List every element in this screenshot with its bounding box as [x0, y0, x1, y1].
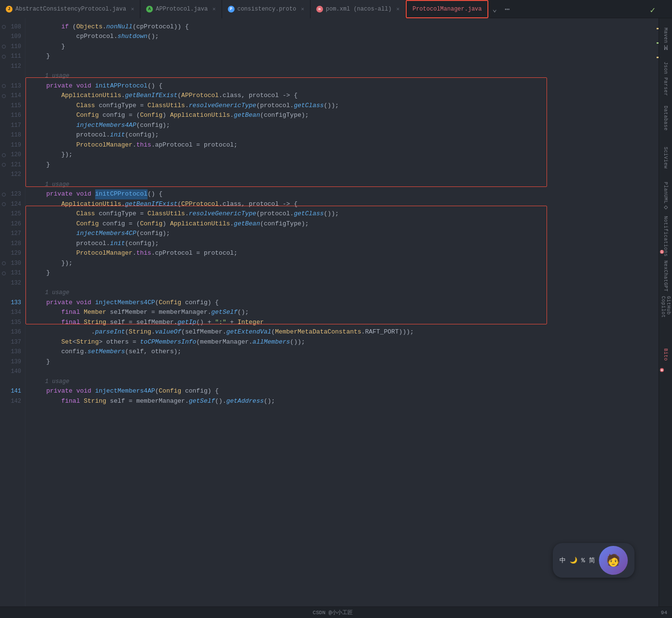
- tab-overflow-button[interactable]: ⌄: [488, 4, 501, 14]
- usage-hint-2: 1 usage: [31, 180, 653, 190]
- translate-moon-symbol: 🌙: [570, 556, 577, 564]
- breakpoint-113[interactable]: [2, 84, 6, 88]
- line-117: 117: [0, 121, 25, 131]
- line-138: 138: [0, 347, 25, 358]
- breakpoint-120[interactable]: [2, 153, 6, 157]
- breakpoint-123[interactable]: [2, 193, 6, 197]
- line-124: 124: [0, 199, 25, 210]
- line-114: 114: [0, 91, 25, 101]
- code-line-138: config.setMembers(self, others);: [31, 347, 653, 358]
- tab-consistency-proto[interactable]: P consistency.proto ✕: [222, 0, 311, 18]
- line-136: 136: [0, 328, 25, 338]
- code-line-135: final String self = selfMember.getIp() +…: [31, 318, 653, 328]
- tab-protocolmanager[interactable]: ProtocolManager.java: [406, 0, 488, 18]
- java-icon-2: A: [146, 6, 153, 12]
- code-line-120: });: [31, 150, 653, 161]
- checkmark-indicator: ✓: [650, 5, 655, 15]
- line-usage-1: [0, 72, 25, 82]
- code-line-137: Set<String> others = toCPMembersInfo(mem…: [31, 337, 653, 347]
- usage-hint-3: 1 usage: [31, 288, 653, 298]
- xml-icon: m: [316, 6, 323, 12]
- sidebar-nexchatgpt[interactable]: NexChatGPT: [659, 257, 672, 295]
- line-111: 111: [0, 52, 25, 62]
- line-numbers: 108 109 110 111: [0, 18, 25, 606]
- main-area: 108 109 110 111: [0, 18, 672, 606]
- line-141: 141: [0, 387, 25, 397]
- code-line-125: Class configType = ClassUtils.resolveGen…: [31, 210, 653, 220]
- breakpoint-121[interactable]: [2, 163, 6, 167]
- line-108: 108: [0, 22, 25, 32]
- tab-close-0[interactable]: ✕: [131, 6, 134, 12]
- code-line-141: private void injectMembers4AP(Config con…: [31, 387, 653, 397]
- tab-close-3[interactable]: ✕: [397, 6, 400, 12]
- code-line-118: protocol.init(config);: [31, 131, 653, 141]
- code-line-132: [31, 278, 653, 288]
- avatar-widget: 🧑: [599, 546, 628, 575]
- breakpoint-131[interactable]: [2, 272, 6, 275]
- line-113: 113: [0, 81, 25, 91]
- code-line-136: .parseInt(String.valueOf(selfMember.getE…: [31, 328, 653, 338]
- code-line-115: Class configType = ClassUtils.resolveGen…: [31, 101, 653, 111]
- sidebar-maven[interactable]: M Maven: [659, 20, 672, 59]
- tab-more-button[interactable]: ⋯: [501, 4, 514, 14]
- code-line-133: private void injectMembers4CP(Config con…: [31, 298, 653, 308]
- usage-hint-4: 1 usage: [31, 377, 653, 387]
- code-line-117: injectMembers4AP(config);: [31, 121, 653, 131]
- breakpoint-130[interactable]: [2, 261, 6, 265]
- code-line-134: final Member selfMember = memberManager.…: [31, 308, 653, 318]
- line-115: 115: [0, 101, 25, 111]
- code-line-108: if (Objects.nonNull(cpProtocol)) {: [31, 22, 653, 32]
- breakpoint-124[interactable]: [2, 202, 6, 206]
- sidebar-notifications[interactable]: 1 Notifications: [659, 217, 672, 256]
- code-line-110: }: [31, 42, 653, 52]
- line-112: 112: [0, 62, 25, 72]
- sidebar-bito[interactable]: ● Bito: [659, 335, 672, 374]
- tab-pom-xml[interactable]: m pom.xml (nacos-all) ✕: [311, 0, 406, 18]
- line-123: 123: [0, 190, 25, 200]
- breakpoint-111[interactable]: [2, 55, 6, 59]
- code-content[interactable]: if (Objects.nonNull(cpProtocol)) { cpPro…: [25, 18, 653, 606]
- breakpoint-108[interactable]: [2, 25, 6, 29]
- code-line-123: private void initCPProtocol() {: [31, 190, 653, 200]
- line-116: 116: [0, 111, 25, 121]
- sidebar-json-parser[interactable]: Json Parser: [659, 60, 672, 98]
- tab-close-2[interactable]: ✕: [301, 6, 304, 12]
- code-editor[interactable]: 108 109 110 111: [0, 18, 659, 606]
- code-line-129: ProtocolManager.this.cpProtocol = protoc…: [31, 249, 653, 259]
- breakpoint-114[interactable]: [2, 94, 6, 98]
- line-134: 134: [0, 308, 25, 318]
- sidebar-sciview[interactable]: SciView: [659, 138, 672, 177]
- line-140: 140: [0, 367, 25, 377]
- tab-close-1[interactable]: ✕: [212, 6, 216, 12]
- translate-moon-icon: 中: [560, 556, 566, 565]
- tab-bar: J AbstractConsistencyProtocol.java ✕ A A…: [0, 0, 672, 18]
- line-122: 122: [0, 170, 25, 180]
- line-usage-3: [0, 288, 25, 298]
- line-137: 137: [0, 337, 25, 347]
- breakpoint-110[interactable]: [2, 45, 6, 49]
- line-usage-4: [0, 377, 25, 387]
- code-line-116: Config config = (Config) ApplicationUtil…: [31, 111, 653, 121]
- tab-approtocol[interactable]: A APProtocol.java ✕: [140, 0, 222, 18]
- translate-percent: %: [581, 557, 585, 564]
- sidebar-plantuml[interactable]: ◇ PlanUML: [659, 178, 672, 216]
- line-133: 133: [0, 298, 25, 308]
- code-line-112: [31, 62, 653, 72]
- sidebar-github-copilot[interactable]: GitHub Copilot: [659, 296, 672, 334]
- line-120: 120: [0, 150, 25, 161]
- code-line-126: Config config = (Config) ApplicationUtil…: [31, 219, 653, 229]
- line-127: 127: [0, 229, 25, 239]
- code-line-113: private void initAPProtocol() {: [31, 81, 653, 91]
- breakpoint-109[interactable]: [2, 35, 6, 39]
- code-line-119: ProtocolManager.this.apProtocol = protoc…: [31, 140, 653, 150]
- line-139: 139: [0, 357, 25, 367]
- line-135: 135: [0, 318, 25, 328]
- tab-abstractconsistency[interactable]: J AbstractConsistencyProtocol.java ✕: [0, 0, 140, 18]
- code-line-130: });: [31, 259, 653, 269]
- code-line-128: protocol.init(config);: [31, 239, 653, 249]
- translate-widget[interactable]: 中 🌙 % 简 🧑: [553, 543, 635, 578]
- code-line-142: final String self = memberManager.getSel…: [31, 396, 653, 407]
- scroll-marker-3: [657, 57, 659, 58]
- sidebar-database[interactable]: Database: [659, 99, 672, 137]
- code-line-122: [31, 170, 653, 180]
